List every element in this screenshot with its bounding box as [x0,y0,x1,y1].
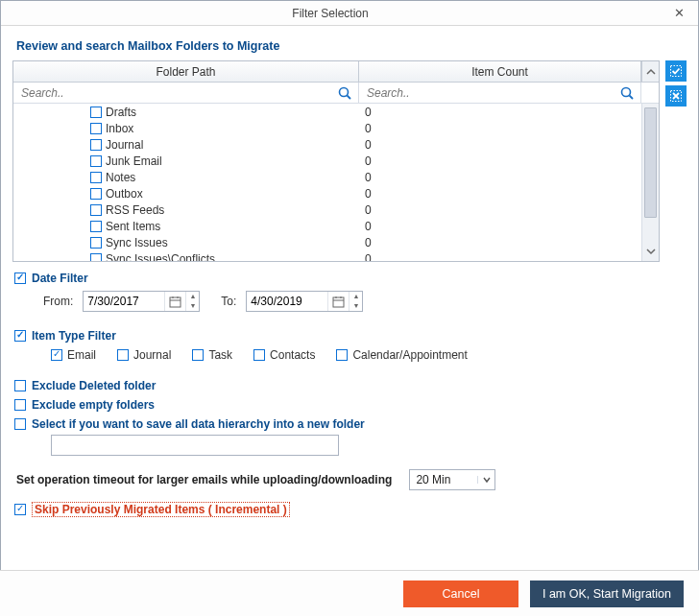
calendar-checkbox[interactable]: Calendar/Appointment [336,348,467,362]
to-date-input[interactable] [247,295,327,308]
contacts-checkbox[interactable]: Contacts [253,348,315,362]
folder-name: Junk Email [106,154,162,168]
review-heading: Review and search Mailbox Folders to Mig… [16,39,687,53]
row-checkbox[interactable] [90,221,102,232]
folder-path-search-input[interactable] [19,85,337,101]
exclude-deleted-checkbox[interactable] [14,380,26,391]
item-type-filter-checkbox[interactable] [14,330,26,342]
col-header-folder-path[interactable]: Folder Path [13,61,359,82]
to-date-field[interactable]: ▲▼ [246,291,363,312]
timeout-label: Set operation timeout for larger emails … [16,473,392,486]
exclude-empty-checkbox[interactable] [14,399,26,411]
contacts-label: Contacts [270,348,315,362]
select-all-button[interactable] [665,60,687,82]
item-count: 0 [359,236,641,249]
folder-name: Sync Issues [106,236,168,249]
row-checkbox[interactable] [90,172,102,183]
skip-previous-checkbox[interactable] [14,504,26,515]
skip-previous-label: Skip Previously Migrated Items ( Increme… [32,502,290,517]
row-checkbox[interactable] [90,237,102,249]
from-date-field[interactable]: ▲▼ [83,291,200,312]
folder-name: Sent Items [106,220,160,233]
grid-rows: Drafts0Inbox0Journal0Junk Email0Notes0Ou… [13,104,641,261]
svg-point-0 [340,87,349,96]
folder-grid: Folder Path Item Count Drafts0Inbox0Jo [12,60,660,262]
table-row[interactable]: RSS Feeds0 [13,201,641,218]
from-label: From: [43,295,73,308]
close-button[interactable]: ✕ [660,1,698,25]
svg-point-2 [622,87,631,96]
table-row[interactable]: Outbox0 [13,185,641,201]
item-type-filter-label: Item Type Filter [32,329,116,343]
folder-name: Drafts [106,106,136,119]
exclude-deleted-label: Exclude Deleted folder [32,379,156,392]
grid-header: Folder Path Item Count [13,61,659,83]
table-row[interactable]: Sync Issues0 [13,234,641,250]
svg-line-1 [348,95,351,99]
email-checkbox[interactable]: Email [51,348,96,362]
task-label: Task [208,348,232,362]
vertical-scrollbar[interactable] [641,104,659,261]
col-header-item-count[interactable]: Item Count [359,61,641,82]
row-checkbox[interactable] [90,188,102,200]
calendar-icon [332,296,345,308]
scroll-up-button[interactable] [641,61,659,82]
table-row[interactable]: Journal0 [13,136,641,153]
footer: Cancel I am OK, Start Migration [0,570,699,616]
start-migration-button[interactable]: I am OK, Start Migration [530,580,684,607]
row-checkbox[interactable] [90,107,102,118]
table-row[interactable]: Sync Issues\Conflicts0 [13,250,641,261]
folder-name: Notes [106,171,135,184]
folder-name: Outbox [106,187,143,201]
to-calendar-button[interactable] [327,292,349,311]
new-folder-field[interactable] [51,435,339,456]
svg-rect-4 [671,66,682,77]
row-checkbox[interactable] [90,155,102,167]
item-count: 0 [359,106,641,119]
from-date-spinner[interactable]: ▲▼ [185,292,199,311]
email-label: Email [67,348,96,362]
search-icon [619,85,635,101]
item-count: 0 [359,171,641,184]
from-calendar-button[interactable] [164,292,185,311]
folder-name: RSS Feeds [106,203,164,217]
svg-rect-10 [333,297,344,307]
row-checkbox[interactable] [90,123,102,134]
from-date-input[interactable] [84,295,164,308]
date-filter-label: Date Filter [32,272,88,285]
table-row[interactable]: Notes0 [13,169,641,185]
chevron-down-icon [477,476,494,484]
row-checkbox[interactable] [90,253,102,262]
to-label: To: [221,295,236,308]
table-row[interactable]: Sent Items0 [13,218,641,234]
item-count: 0 [359,252,641,262]
date-filter-checkbox[interactable] [14,272,26,284]
search-icon [337,85,352,101]
task-checkbox[interactable]: Task [192,348,232,362]
to-date-spinner[interactable]: ▲▼ [349,292,362,311]
new-folder-input[interactable] [52,436,338,455]
timeout-select[interactable]: 20 Min [409,469,495,490]
row-checkbox[interactable] [90,139,102,151]
exclude-empty-label: Exclude empty folders [32,398,155,412]
scrollbar-thumb[interactable] [644,107,657,218]
row-checkbox[interactable] [90,204,102,216]
calendar-icon [169,296,181,308]
folder-name: Journal [106,138,143,152]
deselect-all-button[interactable] [665,85,687,107]
table-row[interactable]: Junk Email0 [13,153,641,169]
item-count-search-input[interactable] [365,85,619,101]
journal-checkbox[interactable]: Journal [117,348,171,362]
svg-line-3 [630,95,634,99]
save-hierarchy-checkbox[interactable] [14,418,26,430]
folder-name: Sync Issues\Conflicts [106,252,215,262]
scroll-down-button[interactable] [642,246,659,259]
cancel-button[interactable]: Cancel [403,580,518,607]
calendar-label: Calendar/Appointment [352,348,467,362]
item-count: 0 [359,220,641,233]
timeout-value: 20 Min [410,473,477,486]
table-row[interactable]: Inbox0 [13,120,641,136]
item-count: 0 [359,203,641,217]
item-count: 0 [359,187,641,201]
table-row[interactable]: Drafts0 [13,104,641,120]
